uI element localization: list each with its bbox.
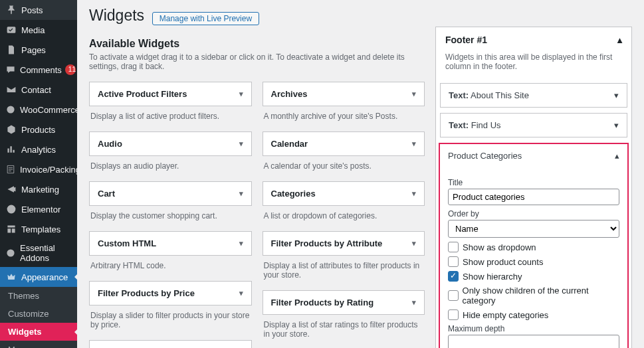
maxdepth-label: Maximum depth (448, 324, 619, 333)
chevron-down-icon: ▾ (412, 139, 416, 148)
chevron-down-icon: ▾ (614, 90, 619, 100)
sidebar-item-woocommerce[interactable]: WooCommerce (0, 100, 77, 120)
chevron-down-icon: ▾ (239, 289, 243, 298)
available-widgets-desc: To activate a widget drag it to a sideba… (89, 52, 425, 71)
sidebar-item-appearance[interactable]: Appearance (0, 267, 77, 287)
widget-settings: Title Order by Name Show as dropdownShow… (439, 167, 629, 348)
widget-archives[interactable]: Archives▾ (263, 82, 425, 106)
footer-panel-header[interactable]: Footer #1▴ (436, 27, 631, 52)
sidebar-item-comments[interactable]: Comments11 (0, 60, 77, 80)
available-widgets-heading: Available Widgets (89, 38, 425, 50)
footer-panel: Footer #1▴ Widgets in this area will be … (435, 27, 632, 348)
widget-audio[interactable]: Audio▾ (89, 131, 252, 156)
chevron-down-icon: ▾ (239, 239, 243, 248)
sidebar-item-marketing[interactable]: Marketing (0, 179, 77, 199)
sidebar-item-pages[interactable]: Pages (0, 40, 77, 60)
widget-item[interactable]: Text: Find Us▾ (440, 113, 627, 137)
page-icon (5, 44, 17, 56)
maxdepth-input[interactable] (448, 335, 619, 348)
contact-icon (5, 84, 17, 96)
option-4[interactable]: Hide empty categories (448, 309, 619, 320)
invoice-icon (5, 163, 16, 175)
elementor-icon (5, 203, 17, 215)
chevron-down-icon: ▾ (239, 90, 243, 98)
chevron-up-icon: ▴ (615, 151, 619, 161)
admin-sidebar: PostsMediaPagesComments11ContactWooComme… (0, 0, 77, 348)
chevron-down-icon: ▾ (239, 189, 243, 198)
checkbox[interactable] (448, 271, 459, 282)
comment-icon (5, 64, 16, 76)
widget-item-product-categories[interactable]: Product Categories▴ (439, 143, 629, 167)
sidebar-item-elementor[interactable]: Elementor (0, 199, 77, 219)
widget-gallery[interactable]: Gallery▾ (89, 340, 252, 348)
chevron-down-icon: ▾ (614, 120, 619, 130)
option-0[interactable]: Show as dropdown (448, 242, 619, 252)
widget-item[interactable]: Text: About This Site▾ (440, 83, 627, 108)
orderby-select[interactable]: Name (448, 220, 619, 238)
pin-icon (5, 4, 17, 16)
media-icon (5, 24, 17, 36)
submenu-customize[interactable]: Customize (0, 305, 77, 323)
sidebar-item-essential-addons[interactable]: Essential Addons (0, 239, 77, 267)
widget-custom-html[interactable]: Custom HTML▾ (89, 231, 252, 256)
sidebar-item-invoice-packing[interactable]: Invoice/Packing (0, 159, 77, 179)
marketing-icon (5, 183, 17, 195)
widget-active-product-filters[interactable]: Active Product Filters▾ (89, 82, 252, 106)
chevron-down-icon: ▾ (412, 239, 416, 248)
checkbox[interactable] (448, 290, 459, 301)
title-input[interactable] (448, 189, 619, 205)
sidebar-item-media[interactable]: Media (0, 20, 77, 40)
widget-cart[interactable]: Cart▾ (89, 181, 252, 206)
templates-icon (5, 223, 17, 235)
option-1[interactable]: Show product counts (448, 256, 619, 267)
orderby-label: Order by (448, 209, 619, 218)
checkbox[interactable] (448, 256, 459, 267)
woo-icon (5, 104, 16, 116)
chevron-down-icon: ▾ (412, 298, 416, 307)
sidebar-item-analytics[interactable]: Analytics (0, 139, 77, 159)
widget-filter-products-by-attribute[interactable]: Filter Products by Attribute▾ (263, 231, 425, 256)
submenu-widgets[interactable]: Widgets (0, 323, 77, 341)
page-title: Widgets (89, 7, 144, 25)
widget-filter-products-by-rating[interactable]: Filter Products by Rating▾ (263, 290, 425, 315)
sidebar-item-products[interactable]: Products (0, 120, 77, 139)
chevron-down-icon: ▾ (239, 139, 243, 148)
widget-filter-products-by-price[interactable]: Filter Products by Price▾ (89, 281, 252, 305)
submenu-menus[interactable]: Menus (0, 341, 77, 348)
checkbox[interactable] (448, 242, 459, 252)
svg-point-0 (7, 106, 14, 113)
svg-point-2 (7, 249, 14, 256)
main-content: Widgets Manage with Live Preview Availab… (77, 0, 644, 348)
checkbox[interactable] (448, 309, 459, 320)
title-label: Title (448, 178, 619, 187)
chevron-down-icon: ▾ (412, 189, 416, 198)
sidebar-item-templates[interactable]: Templates (0, 219, 77, 239)
sidebar-item-contact[interactable]: Contact (0, 80, 77, 100)
sidebar-item-posts[interactable]: Posts (0, 0, 77, 20)
analytics-icon (5, 143, 17, 155)
live-preview-button[interactable]: Manage with Live Preview (152, 12, 259, 25)
option-3[interactable]: Only show children of the current catego… (448, 286, 619, 305)
widget-categories[interactable]: Categories▾ (263, 181, 425, 206)
products-icon (5, 124, 17, 135)
widget-calendar[interactable]: Calendar▾ (263, 131, 425, 156)
svg-point-1 (7, 205, 16, 214)
chevron-up-icon: ▴ (617, 35, 622, 45)
option-2[interactable]: Show hierarchy (448, 271, 619, 282)
addons-icon (5, 247, 16, 259)
chevron-down-icon: ▾ (412, 90, 416, 98)
appearance-icon (5, 271, 17, 283)
submenu-themes[interactable]: Themes (0, 287, 77, 305)
